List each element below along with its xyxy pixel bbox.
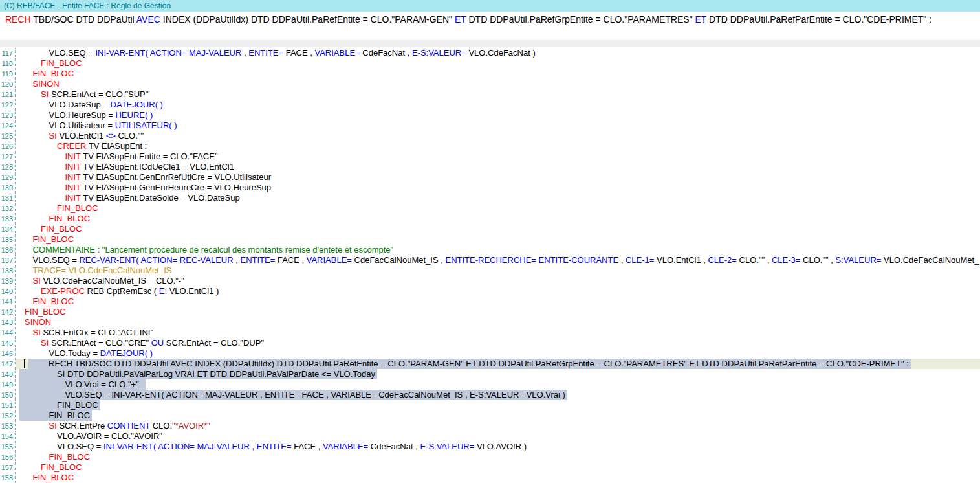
code-line[interactable]: 136COMMENTAIRE : "Lancement procedure de… (0, 245, 980, 255)
code-line-text: VLO.SEQ = INI-VAR-ENT( ACTION= MAJ-VALEU… (16, 442, 980, 452)
code-line-text: SI SCR.EntAct = CLO."SUP" (16, 89, 980, 100)
code-token: SI (33, 328, 41, 337)
code-line[interactable]: 126CREER TV ElASupEnt : (0, 141, 980, 152)
line-number: 124 (0, 120, 16, 131)
code-line-text: VLO.DateSup = DATEJOUR( ) (16, 100, 980, 110)
line-number: 117 (0, 48, 16, 58)
code-line-text: TRACE= VLO.CdeFacCalNouMet_IS (16, 265, 980, 276)
code-token: SI (41, 89, 49, 99)
code-token: REB CptRemEsc ( (85, 286, 159, 296)
code-line[interactable]: 135FIN_BLOC (0, 234, 980, 245)
code-line[interactable]: 129INIT TV ElASupEnt.GenEnrRefUtiCre = V… (0, 172, 980, 183)
code-token: FIN_BLOC (33, 234, 74, 244)
code-token: , (250, 442, 257, 451)
code-line[interactable]: 128INIT TV ElASupEnt.ICdUeCle1 = VLO.Ent… (0, 162, 980, 172)
code-line[interactable]: 133FIN_BLOC (0, 214, 980, 224)
code-token: TV ElASupEnt.ICdUeCle1 = VLO.EntCl1 (81, 162, 234, 172)
code-line[interactable]: 131INIT TV ElASupEnt.DateSolde = VLO.Dat… (0, 193, 980, 203)
code-line[interactable]: 139SI VLO.CdeFacCalNouMet_IS = CLO."-" (0, 276, 980, 286)
code-token: VLO.DateSup = (49, 100, 111, 109)
line-number: 154 (0, 431, 16, 442)
code-line[interactable]: 150VLO.SEQ = INI-VAR-ENT( ACTION= MAJ-VA… (0, 390, 980, 400)
code-line[interactable]: 141FIN_BLOC (0, 297, 980, 307)
line-number: 142 (0, 307, 16, 317)
code-token: FIN_BLOC (33, 69, 74, 78)
selection-highlight: FIN_BLOC (19, 400, 100, 410)
code-token: , (241, 48, 248, 58)
code-line[interactable]: 122VLO.DateSup = DATEJOUR( ) (0, 100, 980, 110)
code-line[interactable]: 120SINON (0, 79, 980, 89)
code-line[interactable]: 118FIN_BLOC (0, 58, 980, 69)
rule-header-line[interactable]: RECH TBD/SOC DTD DDPaUtil AVEC INDEX (DD… (0, 12, 980, 28)
code-token: SI (41, 338, 49, 348)
code-token: SCR.EntAct = CLO."CRE" (49, 338, 151, 348)
code-token: VLO.SEQ = (49, 48, 96, 58)
code-line[interactable]: 121SI SCR.EntAct = CLO."SUP" (0, 89, 980, 100)
code-line[interactable]: 149VLO.Vrai = CLO."+" (0, 379, 980, 390)
code-line-text: FIN_BLOC (16, 58, 980, 69)
code-line-text: FIN_BLOC (16, 410, 980, 421)
code-line[interactable]: 143SINON (0, 317, 980, 328)
code-token: VLO.SEQ = INI-VAR-ENT( ACTION= MAJ-VALEU… (65, 390, 565, 399)
code-line[interactable]: 127INIT TV ElASupEnt.Entite = CLO."FACE" (0, 152, 980, 162)
line-number: 151 (0, 400, 16, 410)
code-line[interactable]: 137VLO.SEQ = REC-VAR-ENT( ACTION= REC-VA… (0, 255, 980, 265)
code-token: SINON (33, 79, 60, 89)
code-line[interactable]: 151FIN_BLOC (0, 400, 980, 410)
code-line[interactable]: 125SI VLO.EntCl1 <> CLO."" (0, 131, 980, 141)
code-line[interactable]: 156FIN_BLOC (0, 452, 980, 462)
line-number: 155 (0, 442, 16, 452)
code-line[interactable]: 155VLO.SEQ = INI-VAR-ENT( ACTION= MAJ-VA… (0, 442, 980, 452)
line-number: 140 (0, 286, 16, 297)
code-token: S:VALEUR= (835, 255, 881, 265)
window-titlebar[interactable]: (C) REB/FACE - Entité FACE : Règle de Ge… (0, 0, 980, 12)
code-line[interactable]: 134FIN_BLOC (0, 224, 980, 234)
code-line-text: EXE-PROC REB CptRemEsc ( E: VLO.EntCl1 ) (16, 286, 980, 297)
line-number: 132 (0, 203, 16, 214)
line-number: 125 (0, 131, 16, 141)
code-line-text: SI VLO.CdeFacCalNouMet_IS = CLO."-" (16, 276, 980, 286)
code-line-text: FIN_BLOC (16, 400, 980, 410)
code-line[interactable]: 145SI SCR.EntAct = CLO."CRE" OU SCR.EntA… (0, 338, 980, 348)
code-line[interactable]: 158FIN_BLOC (0, 473, 980, 483)
code-line[interactable]: 130INIT TV ElASupEnt.GenEnrHeureCre = VL… (0, 183, 980, 193)
code-line[interactable]: 119FIN_BLOC (0, 69, 980, 79)
code-line[interactable]: 132FIN_BLOC (0, 203, 980, 214)
line-number: 128 (0, 162, 16, 172)
code-line[interactable]: 152FIN_BLOC (0, 410, 980, 421)
code-token: "*AVOIR*" (172, 421, 210, 431)
line-number: 156 (0, 452, 16, 462)
code-line[interactable]: 146VLO.Today = DATEJOUR( ) (0, 348, 980, 359)
code-token: ENTITE-COURANTE (539, 255, 619, 265)
code-token: VLO.AVOIR ) (474, 442, 527, 451)
code-line[interactable]: 142FIN_BLOC (0, 307, 980, 317)
code-line-text: SI VLO.EntCl1 <> CLO."" (16, 131, 980, 141)
code-token: TV ElASupEnt.GenEnrHeureCre = VLO.HeureS… (81, 183, 271, 192)
code-line[interactable]: 144SI SCR.EntCtx = CLO."ACT-INI" (0, 328, 980, 338)
code-token: CLE-3= (772, 255, 800, 265)
code-line[interactable]: 140EXE-PROC REB CptRemEsc ( E: VLO.EntCl… (0, 286, 980, 297)
code-token: VLO.Today = (49, 348, 100, 358)
line-number: 145 (0, 338, 16, 348)
line-number: 139 (0, 276, 16, 286)
code-line[interactable]: 123VLO.HeureSup = HEURE( ) (0, 110, 980, 120)
selection-highlight: VLO.SEQ = INI-VAR-ENT( ACTION= MAJ-VALEU… (19, 390, 567, 400)
code-token: VLO.EntCl1 (57, 131, 106, 140)
code-line[interactable]: 147RECH TBD/SOC DTD DDPaUtil AVEC INDEX … (0, 359, 980, 369)
code-line-text: VLO.HeureSup = HEURE( ) (16, 110, 980, 120)
code-token: VLO.SEQ = (57, 442, 103, 451)
code-token: SCR.EntPre (57, 421, 107, 431)
code-line[interactable]: 154VLO.AVOIR = CLO."AVOIR" (0, 431, 980, 442)
code-token: FIN_BLOC (57, 203, 98, 213)
code-line[interactable]: 138TRACE= VLO.CdeFacCalNouMet_IS (0, 265, 980, 276)
code-line[interactable]: 153SI SCR.EntPre CONTIENT CLO."*AVOIR*" (0, 421, 980, 431)
code-line[interactable]: 124VLO.Utilisateur = UTILISATEUR( ) (0, 120, 980, 131)
code-line[interactable]: 148SI DTD DDPaUtil.PaValParLog VRAI ET D… (0, 369, 980, 379)
code-area[interactable]: 117VLO.SEQ = INI-VAR-ENT( ACTION= MAJ-VA… (0, 48, 980, 483)
code-line[interactable]: 117VLO.SEQ = INI-VAR-ENT( ACTION= MAJ-VA… (0, 48, 980, 58)
code-token: FIN_BLOC (49, 214, 91, 223)
code-line[interactable]: 157FIN_BLOC (0, 462, 980, 473)
line-number: 134 (0, 224, 16, 234)
code-token: AVEC (136, 14, 160, 25)
code-line-text: VLO.Vrai = CLO."+" (16, 379, 980, 390)
